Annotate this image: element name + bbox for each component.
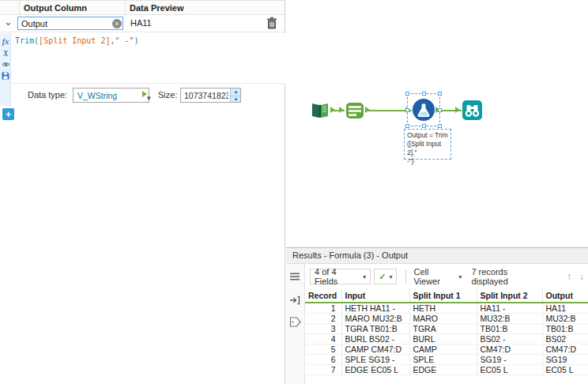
cell[interactable]: TGRA TB01:B xyxy=(341,324,409,334)
cell[interactable]: HA11 - xyxy=(477,303,542,314)
annotation-line: ([Split Input 2]," xyxy=(407,140,448,157)
fields-dropdown[interactable]: 4 of 4 Fields ▾ xyxy=(310,269,371,284)
text-to-columns-tool[interactable] xyxy=(345,100,365,124)
down-arrow-icon[interactable]: ↓ xyxy=(579,271,584,282)
records-displayed-text: 7 records displayed xyxy=(471,267,544,286)
selection-handle[interactable] xyxy=(438,124,442,128)
cell[interactable]: TB01:B xyxy=(542,324,588,334)
cell[interactable]: HETH xyxy=(409,303,477,314)
results-menu-button[interactable] xyxy=(289,270,302,283)
column-header-split-input-1[interactable]: Split Input 1 xyxy=(409,289,477,303)
cell[interactable]: 5 xyxy=(305,344,341,355)
cell[interactable]: EC05 L xyxy=(542,365,588,375)
column-header-record[interactable]: Record xyxy=(305,289,341,303)
chevron-down-icon: ▾ xyxy=(389,273,392,280)
formula-config-panel: Output Column Data Preview ⌄ × HA11 xyxy=(0,0,285,384)
selection-handle[interactable] xyxy=(438,108,442,112)
cell[interactable]: CAMP CM47:D xyxy=(341,344,409,355)
column-header-split-input-2[interactable]: Split Input 2 xyxy=(477,289,542,303)
cell[interactable]: CM47:D xyxy=(542,344,588,355)
header-divider xyxy=(19,1,20,16)
cell[interactable]: 6 xyxy=(305,355,341,365)
cell[interactable]: SPLE SG19 - xyxy=(341,355,409,365)
cell[interactable]: BS02 xyxy=(542,334,588,344)
add-expression-button[interactable]: + xyxy=(2,108,14,120)
cell[interactable]: BURL xyxy=(409,334,477,344)
cell-viewer-label: Cell Viewer xyxy=(413,267,455,286)
up-arrow-icon[interactable]: ↑ xyxy=(567,271,571,282)
variables-button[interactable]: X xyxy=(0,45,11,57)
recent-expressions-button[interactable] xyxy=(0,57,11,69)
input-anchor-button[interactable] xyxy=(289,294,302,307)
output-column-input[interactable] xyxy=(17,17,123,30)
results-toolbar: 4 of 4 Fields ▾ ✓ ▾ Cell Viewer ▾ 7 reco… xyxy=(305,264,588,289)
column-header-output[interactable]: Output xyxy=(542,289,588,303)
table-body: 1HETH HA11 -HETHHA11 -HA112MARO MU32:BMA… xyxy=(305,303,588,375)
trash-icon xyxy=(266,17,278,30)
delete-expression-button[interactable] xyxy=(266,17,280,31)
apply-filter-dropdown[interactable]: ✓ ▾ xyxy=(374,269,397,284)
cell[interactable]: EC05 L xyxy=(477,365,542,375)
cell[interactable]: EDGE EC05 L xyxy=(341,365,409,375)
cell[interactable]: SG19 xyxy=(542,355,588,365)
cell[interactable]: BURL BS02 - xyxy=(341,334,409,344)
selection-handle[interactable] xyxy=(438,92,442,96)
column-header-input[interactable]: Input xyxy=(341,289,409,303)
cell[interactable]: CM47:D xyxy=(477,344,542,355)
data-type-select[interactable]: V_WString ▾ xyxy=(73,88,149,103)
save-icon xyxy=(2,72,9,80)
record-nav: ↑ ↓ xyxy=(563,271,588,282)
workflow-canvas[interactable]: Output = Trim ([Split Input 2]," -") xyxy=(286,0,588,247)
book-icon xyxy=(310,100,330,121)
menu-icon xyxy=(289,272,300,281)
saved-expressions-button[interactable] xyxy=(0,69,11,81)
formula-tool[interactable] xyxy=(412,98,435,125)
selection-handle[interactable] xyxy=(405,108,409,112)
browse-tool[interactable] xyxy=(462,100,483,124)
cell[interactable]: 2 xyxy=(305,314,341,324)
cell[interactable]: 3 xyxy=(305,324,341,334)
selection-handle[interactable] xyxy=(422,92,426,96)
cell[interactable]: HETH HA11 - xyxy=(341,303,409,314)
table-row: 5CAMP CM47:DCAMPCM47:DCM47:D xyxy=(305,344,588,355)
cell[interactable]: 1 xyxy=(305,303,341,314)
results-side-toolbar xyxy=(286,264,305,384)
selection-handle[interactable] xyxy=(405,124,409,128)
cell[interactable]: HA11 xyxy=(542,303,588,314)
chevron-down-icon[interactable]: ⌄ xyxy=(4,16,13,28)
tool-annotation[interactable]: Output = Trim ([Split Input 2]," -") xyxy=(404,129,451,160)
data-type-row: Data type: V_WString ▾ Size: ▲ ▼ xyxy=(0,87,285,104)
output-anchor-button[interactable] xyxy=(289,316,302,329)
cell[interactable]: BS02 - xyxy=(477,334,542,344)
clear-icon[interactable]: × xyxy=(112,19,122,28)
config-columns-header: Output Column Data Preview xyxy=(0,0,285,15)
selection-handle[interactable] xyxy=(405,92,409,96)
data-preview-header: Data Preview xyxy=(130,3,183,13)
size-spinner: ▲ ▼ xyxy=(230,88,240,102)
expression-function: Trim( xyxy=(15,36,39,45)
cell[interactable]: CAMP xyxy=(409,344,477,355)
cell-viewer-dropdown[interactable]: Cell Viewer ▾ xyxy=(412,269,463,284)
cell[interactable]: SG19 - xyxy=(477,355,542,365)
arrow-into-bracket-icon xyxy=(289,296,300,305)
cell[interactable]: MARO MU32:B xyxy=(341,314,409,324)
output-column-header: Output Column xyxy=(24,3,87,13)
input-anchor-icon xyxy=(455,107,460,113)
cell[interactable]: SPLE xyxy=(409,355,477,365)
size-stepper: ▲ ▼ xyxy=(180,88,241,103)
size-input[interactable] xyxy=(181,88,230,102)
cell[interactable]: MU32:B xyxy=(477,314,542,324)
functions-button[interactable]: fx xyxy=(0,33,11,45)
expression-row: ⌄ × HA11 xyxy=(0,15,285,32)
cell[interactable]: TB01:B xyxy=(477,324,542,334)
cell[interactable]: MARO xyxy=(409,314,477,324)
cell[interactable]: 4 xyxy=(305,334,341,344)
spin-up-icon[interactable]: ▲ xyxy=(231,88,241,95)
cell[interactable]: EDGE xyxy=(409,365,477,375)
cell[interactable]: 7 xyxy=(305,365,341,375)
input-data-tool[interactable] xyxy=(310,100,330,124)
cell[interactable]: TGRA xyxy=(409,324,477,334)
expression-editor[interactable]: Trim([Split Input 2]," -") xyxy=(11,33,285,84)
spin-down-icon[interactable]: ▼ xyxy=(231,96,241,102)
cell[interactable]: MU32:B xyxy=(542,314,588,324)
